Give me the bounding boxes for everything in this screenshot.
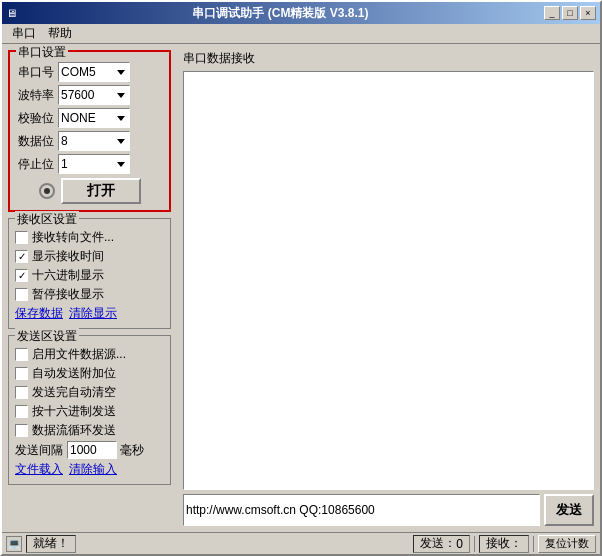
baud-row: 波特率 57600 1200 2400 4800 9600 19200 3840… <box>16 85 163 105</box>
parity-select[interactable]: NONE ODD EVEN <box>58 108 130 128</box>
save-data-link[interactable]: 保存数据 <box>15 305 63 322</box>
status-icon: 💻 <box>6 536 22 552</box>
receive-settings-group: 接收区设置 接收转向文件... ✓ 显示接收时间 ✓ 十六进制显示 暂停接收显示 <box>8 218 171 329</box>
clear-display-link[interactable]: 清除显示 <box>69 305 117 322</box>
send-interval-row: 发送间隔 毫秒 <box>15 441 164 459</box>
send-interval-input[interactable] <box>67 441 117 459</box>
open-radio[interactable] <box>39 183 55 199</box>
cb-loop-send-label: 数据流循环发送 <box>32 422 116 439</box>
reset-count-button[interactable]: 复位计数 <box>538 535 596 553</box>
cb-save-to-file[interactable] <box>15 231 28 244</box>
send-label: 发送： <box>420 535 456 552</box>
cb-auto-add-row: 自动发送附加位 <box>15 365 164 382</box>
open-button-area: 打开 <box>16 178 163 204</box>
cb-auto-add[interactable] <box>15 367 28 380</box>
cb-save-to-file-row: 接收转向文件... <box>15 229 164 246</box>
cb-file-source-row: 启用文件数据源... <box>15 346 164 363</box>
menu-help[interactable]: 帮助 <box>42 23 78 44</box>
cb-hex-display-label: 十六进制显示 <box>32 267 104 284</box>
send-input[interactable] <box>183 494 540 526</box>
send-section: 发送 <box>183 494 594 526</box>
send-button[interactable]: 发送 <box>544 494 594 526</box>
cb-file-source[interactable] <box>15 348 28 361</box>
window-title: 串口调试助手 (CM精装版 V3.8.1) <box>17 5 544 22</box>
cb-show-time[interactable]: ✓ <box>15 250 28 263</box>
send-settings-group: 发送区设置 启用文件数据源... 自动发送附加位 发送完自动清空 按十六进制发送 <box>8 335 171 485</box>
receive-count-section: 接收： <box>479 535 529 553</box>
receive-textarea[interactable] <box>183 71 594 490</box>
serial-settings-group: 串口设置 串口号 COM5 COM1 COM2 COM3 COM4 COM6 波… <box>8 50 171 212</box>
databits-select[interactable]: 8 5 6 7 <box>58 131 130 151</box>
cb-hex-display-row: ✓ 十六进制显示 <box>15 267 164 284</box>
cb-file-source-label: 启用文件数据源... <box>32 346 126 363</box>
ready-status: 就绪！ <box>26 535 76 553</box>
sep1 <box>474 536 475 552</box>
title-bar: 🖥 串口调试助手 (CM精装版 V3.8.1) _ □ × <box>2 2 600 24</box>
serial-settings-title: 串口设置 <box>16 44 68 61</box>
send-count: 0 <box>456 537 463 551</box>
port-row: 串口号 COM5 COM1 COM2 COM3 COM4 COM6 <box>16 62 163 82</box>
status-bar: 💻 就绪！ 发送： 0 接收： 复位计数 <box>2 532 600 554</box>
port-select[interactable]: COM5 COM1 COM2 COM3 COM4 COM6 <box>58 62 130 82</box>
cb-auto-clear[interactable] <box>15 386 28 399</box>
baud-select[interactable]: 57600 1200 2400 4800 9600 19200 38400 11… <box>58 85 130 105</box>
cb-loop-send[interactable] <box>15 424 28 437</box>
receive-area-title: 串口数据接收 <box>183 50 594 67</box>
cb-hex-display[interactable]: ✓ <box>15 269 28 282</box>
cb-pause-row: 暂停接收显示 <box>15 286 164 303</box>
cb-show-time-label: 显示接收时间 <box>32 248 104 265</box>
cb-auto-clear-label: 发送完自动清空 <box>32 384 116 401</box>
cb-save-to-file-label: 接收转向文件... <box>32 229 114 246</box>
load-file-link[interactable]: 文件载入 <box>15 461 63 478</box>
stopbits-select[interactable]: 1 2 <box>58 154 130 174</box>
maximize-button[interactable]: □ <box>562 6 578 20</box>
databits-row: 数据位 8 5 6 7 <box>16 131 163 151</box>
receive-settings-title: 接收区设置 <box>15 211 79 228</box>
cb-auto-add-label: 自动发送附加位 <box>32 365 116 382</box>
open-button[interactable]: 打开 <box>61 178 141 204</box>
parity-row: 校验位 NONE ODD EVEN <box>16 108 163 128</box>
main-window: 🖥 串口调试助手 (CM精装版 V3.8.1) _ □ × 串口 帮助 串口设置… <box>0 0 602 556</box>
cb-pause-label: 暂停接收显示 <box>32 286 104 303</box>
right-panel: 串口数据接收 发送 <box>177 44 600 532</box>
cb-hex-send-row: 按十六进制发送 <box>15 403 164 420</box>
send-settings-title: 发送区设置 <box>15 328 79 345</box>
sep2 <box>533 536 534 552</box>
cb-hex-send-label: 按十六进制发送 <box>32 403 116 420</box>
cb-show-time-row: ✓ 显示接收时间 <box>15 248 164 265</box>
menu-bar: 串口 帮助 <box>2 24 600 44</box>
cb-hex-send[interactable] <box>15 405 28 418</box>
left-panel: 串口设置 串口号 COM5 COM1 COM2 COM3 COM4 COM6 波… <box>2 44 177 532</box>
parity-label: 校验位 <box>16 110 54 127</box>
cb-auto-clear-row: 发送完自动清空 <box>15 384 164 401</box>
clear-input-link[interactable]: 清除输入 <box>69 461 117 478</box>
baud-label: 波特率 <box>16 87 54 104</box>
main-content: 串口设置 串口号 COM5 COM1 COM2 COM3 COM4 COM6 波… <box>2 44 600 532</box>
send-interval-unit: 毫秒 <box>120 442 144 459</box>
radio-dot <box>44 188 50 194</box>
cb-loop-send-row: 数据流循环发送 <box>15 422 164 439</box>
window-controls: _ □ × <box>544 6 596 20</box>
send-count-section: 发送： 0 <box>413 535 470 553</box>
receive-links: 保存数据 清除显示 <box>15 305 164 322</box>
send-links: 文件载入 清除输入 <box>15 461 164 478</box>
send-interval-label: 发送间隔 <box>15 442 63 459</box>
stopbits-row: 停止位 1 2 <box>16 154 163 174</box>
menu-serial[interactable]: 串口 <box>6 23 42 44</box>
receive-label: 接收： <box>486 535 522 552</box>
port-label: 串口号 <box>16 64 54 81</box>
minimize-button[interactable]: _ <box>544 6 560 20</box>
cb-pause[interactable] <box>15 288 28 301</box>
databits-label: 数据位 <box>16 133 54 150</box>
stopbits-label: 停止位 <box>16 156 54 173</box>
close-button[interactable]: × <box>580 6 596 20</box>
